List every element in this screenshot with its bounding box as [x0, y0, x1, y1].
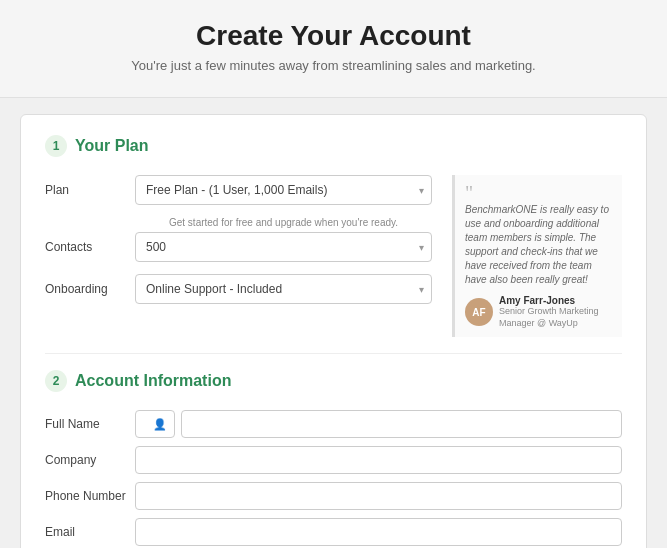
company-label: Company: [45, 453, 135, 467]
plan-label: Plan: [45, 183, 135, 197]
plan-field: Free Plan - (1 User, 1,000 Emails) ▾: [135, 175, 432, 205]
company-row: Company: [45, 446, 622, 474]
contacts-select-wrapper[interactable]: 500 ▾: [135, 232, 432, 262]
plan-row: Plan Free Plan - (1 User, 1,000 Emails) …: [45, 175, 432, 205]
plan-help-text: Get started for free and upgrade when yo…: [45, 217, 432, 228]
page-header: Create Your Account You're just a few mi…: [0, 0, 667, 98]
plan-select[interactable]: Free Plan - (1 User, 1,000 Emails): [135, 175, 432, 205]
last-name-input[interactable]: [181, 410, 622, 438]
avatar: AF: [465, 298, 493, 326]
plan-section-number: 1: [45, 135, 67, 157]
email-row: Email: [45, 518, 622, 546]
page-title: Create Your Account: [40, 20, 627, 52]
author-title: Senior Growth Marketing Manager @ WayUp: [499, 306, 612, 329]
first-name-input[interactable]: [135, 410, 175, 438]
plan-section-header: 1 Your Plan: [45, 135, 622, 157]
phone-field: [135, 482, 622, 510]
plan-form: Plan Free Plan - (1 User, 1,000 Emails) …: [45, 175, 432, 337]
form-card: 1 Your Plan Plan Free Plan - (1 User, 1,…: [20, 114, 647, 548]
plan-select-wrapper[interactable]: Free Plan - (1 User, 1,000 Emails) ▾: [135, 175, 432, 205]
onboarding-row: Onboarding Online Support - Included ▾: [45, 274, 432, 304]
onboarding-select[interactable]: Online Support - Included: [135, 274, 432, 304]
testimonial-author: AF Amy Farr-Jones Senior Growth Marketin…: [465, 295, 612, 329]
contacts-label: Contacts: [45, 240, 135, 254]
email-input[interactable]: [135, 518, 622, 546]
phone-row: Phone Number: [45, 482, 622, 510]
contacts-field: 500 ▾: [135, 232, 432, 262]
onboarding-field: Online Support - Included ▾: [135, 274, 432, 304]
name-fields: 👤: [135, 410, 622, 438]
quote-mark: ": [465, 183, 612, 203]
first-name-wrapper: 👤: [135, 410, 175, 438]
account-section-header: 2 Account Information: [45, 370, 622, 392]
full-name-field: 👤: [135, 410, 622, 438]
account-section-number: 2: [45, 370, 67, 392]
plan-section-body: Plan Free Plan - (1 User, 1,000 Emails) …: [45, 175, 622, 337]
full-name-row: Full Name 👤: [45, 410, 622, 438]
email-label: Email: [45, 525, 135, 539]
account-form: Full Name 👤 Company: [45, 410, 622, 548]
account-section-title: Account Information: [75, 372, 231, 390]
testimonial: " BenchmarkONE is really easy to use and…: [452, 175, 622, 337]
author-info: Amy Farr-Jones Senior Growth Marketing M…: [499, 295, 612, 329]
author-name: Amy Farr-Jones: [499, 295, 612, 306]
full-name-label: Full Name: [45, 417, 135, 431]
onboarding-select-wrapper[interactable]: Online Support - Included ▾: [135, 274, 432, 304]
main-content: 1 Your Plan Plan Free Plan - (1 User, 1,…: [0, 98, 667, 548]
company-input[interactable]: [135, 446, 622, 474]
section-divider: [45, 353, 622, 354]
email-field: [135, 518, 622, 546]
onboarding-label: Onboarding: [45, 282, 135, 296]
page-subtitle: You're just a few minutes away from stre…: [40, 58, 627, 73]
phone-label: Phone Number: [45, 489, 135, 503]
phone-input[interactable]: [135, 482, 622, 510]
company-field: [135, 446, 622, 474]
plan-section-title: Your Plan: [75, 137, 149, 155]
contacts-select[interactable]: 500: [135, 232, 432, 262]
contacts-row: Contacts 500 ▾: [45, 232, 432, 262]
testimonial-text: BenchmarkONE is really easy to use and o…: [465, 203, 612, 287]
